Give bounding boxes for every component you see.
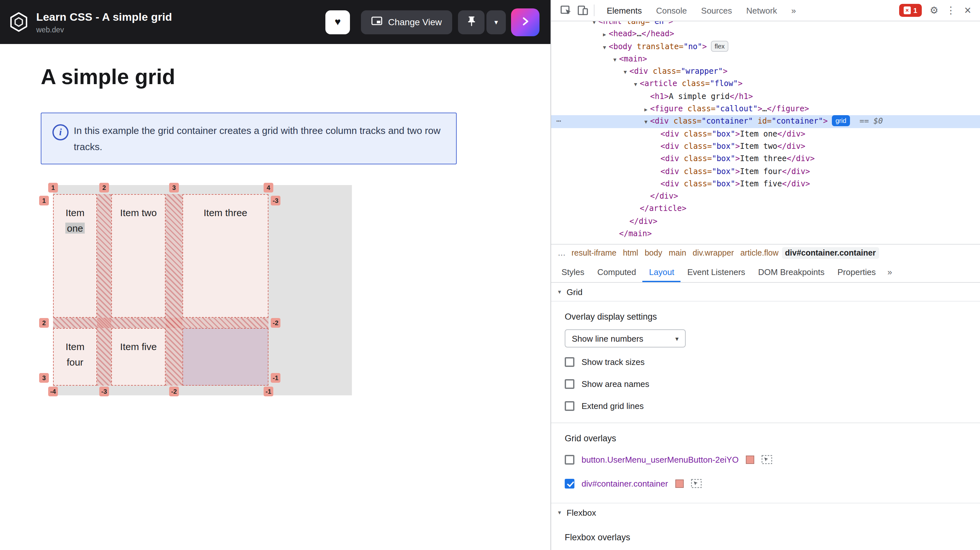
tree-disclosure-icon[interactable]: ▼: [600, 41, 609, 54]
dom-tree-line[interactable]: <div class="box">Item five</div>: [551, 178, 980, 191]
tab-console[interactable]: Console: [649, 0, 694, 21]
close-devtools-icon[interactable]: ×: [959, 2, 976, 19]
breadcrumb-item[interactable]: article.flow: [737, 247, 782, 259]
dom-tree-line[interactable]: ▼<body translate="no">flex: [551, 40, 980, 53]
dom-tree-line[interactable]: </div>: [551, 215, 980, 228]
breadcrumb-item[interactable]: body: [641, 247, 665, 259]
tree-disclosure-icon[interactable]: ▼: [642, 116, 650, 129]
dom-tree-line[interactable]: ▼<main>: [551, 53, 980, 66]
dom-tree-line[interactable]: <h1>A simple grid</h1>: [551, 91, 980, 103]
breadcrumb-item[interactable]: result-iframe: [568, 247, 620, 259]
tab-computed[interactable]: Computed: [591, 261, 643, 282]
dom-tree-line[interactable]: ⋯▼<div class="container" id="container">…: [551, 115, 980, 128]
dom-tree-line[interactable]: <div class="box">Item two</div>: [551, 140, 980, 153]
flexbox-section-header[interactable]: ▼ Flexbox: [551, 503, 980, 522]
change-view-button[interactable]: Change View: [361, 10, 452, 34]
tab-styles[interactable]: Styles: [555, 261, 591, 282]
checkbox-unchecked[interactable]: [565, 357, 574, 367]
checkbox-unchecked[interactable]: [565, 379, 574, 389]
show-area-names-row[interactable]: Show area names: [565, 376, 970, 391]
info-callout: i In this example the grid container cre…: [41, 113, 457, 164]
checkbox-checked[interactable]: [565, 478, 574, 488]
pin-dropdown-button[interactable]: ▾: [487, 10, 506, 34]
show-track-sizes-row[interactable]: Show track sizes: [565, 354, 970, 370]
breadcrumb-item[interactable]: div#container.container: [782, 247, 879, 259]
tab-layout[interactable]: Layout: [643, 261, 681, 282]
dom-token: >: [735, 179, 740, 188]
dom-tree-line[interactable]: <div class="box">Item one</div>: [551, 128, 980, 140]
dom-token: class=: [648, 67, 681, 76]
dom-tree-line[interactable]: </article>: [551, 203, 980, 215]
breadcrumb-ellipsis[interactable]: …: [555, 249, 568, 258]
settings-gear-icon[interactable]: ⚙: [926, 2, 942, 19]
title-block: Learn CSS - A simple grid web.dev: [36, 11, 172, 33]
overlay-color-swatch[interactable]: [746, 455, 754, 464]
inspect-element-icon[interactable]: [558, 2, 574, 19]
pin-button[interactable]: [458, 10, 485, 34]
grid-overlay-row[interactable]: div#container.container: [565, 476, 970, 491]
dom-token: <body: [609, 42, 632, 51]
dom-token: "container": [772, 117, 823, 126]
kebab-menu-icon[interactable]: ⋮: [942, 2, 959, 19]
like-button[interactable]: ♥: [325, 10, 350, 34]
grid-column-gap-hatch: [97, 194, 111, 386]
change-view-label: Change View: [388, 17, 442, 27]
tree-disclosure-icon[interactable]: ▶: [642, 104, 650, 116]
grid-line-number-badge: 3: [169, 183, 179, 193]
tree-disclosure-icon[interactable]: ▼: [632, 79, 640, 91]
more-tabs-button[interactable]: »: [784, 0, 803, 21]
grid-item: Item five: [111, 328, 165, 386]
dom-token: "wrapper": [681, 67, 723, 76]
dom-token: </div>: [787, 154, 815, 163]
dom-token: "box": [712, 142, 735, 151]
webdev-logo-icon[interactable]: [6, 10, 31, 34]
tab-network[interactable]: Network: [739, 0, 784, 21]
grid-column-gap-hatch: [165, 194, 182, 386]
grid-section-header[interactable]: ▼ Grid: [551, 283, 980, 301]
dom-token: translate=: [632, 42, 683, 51]
dom-token: <div: [629, 67, 648, 76]
dom-token: <div: [660, 167, 679, 176]
layout-pane: ▼ Grid Overlay display settings Show lin…: [551, 283, 980, 550]
checkbox-unchecked[interactable]: [565, 401, 574, 411]
screen: Learn CSS - A simple grid web.dev ♥ Chan…: [0, 0, 980, 550]
extend-grid-lines-row[interactable]: Extend grid lines: [565, 398, 970, 413]
dom-tree-line[interactable]: <div class="box">Item four</div>: [551, 165, 980, 178]
dom-tree-line[interactable]: <div class="box">Item three</div>: [551, 153, 980, 166]
device-toolbar-icon[interactable]: [574, 2, 591, 19]
tab-elements[interactable]: Elements: [600, 0, 649, 21]
dom-tree-line[interactable]: ▼<article class="flow">: [551, 78, 980, 91]
dom-tree-line[interactable]: </main>: [551, 228, 980, 241]
dom-token: "container": [702, 117, 753, 126]
grid-item: Itemone: [53, 194, 97, 318]
divider: [551, 422, 980, 423]
breadcrumb-item[interactable]: main: [665, 247, 689, 259]
dom-token: </main>: [619, 229, 652, 238]
dom-token: <div: [660, 154, 679, 163]
overlay-color-swatch[interactable]: [675, 479, 683, 488]
tab-event-listeners[interactable]: Event Listeners: [681, 261, 752, 282]
error-badge[interactable]: × 1: [899, 4, 922, 17]
sidebar-more-tabs[interactable]: »: [882, 261, 897, 282]
dom-tree-line[interactable]: ▶<figure class="callout">…</figure>: [551, 103, 980, 115]
line-numbers-select[interactable]: Show line numbers ▾: [565, 329, 686, 348]
dom-token: <div: [660, 142, 679, 151]
page-title: Learn CSS - A simple grid: [36, 11, 172, 24]
tree-disclosure-icon[interactable]: ▼: [621, 66, 629, 79]
checkbox-label: Show track sizes: [582, 357, 644, 367]
error-icon: ×: [904, 6, 911, 14]
grid-overlay-row[interactable]: button.UserMenu_userMenuButton-2eiYO: [565, 452, 970, 467]
breadcrumb-item[interactable]: html: [620, 247, 641, 259]
tab-sources[interactable]: Sources: [694, 0, 739, 21]
tab-properties[interactable]: Properties: [831, 261, 882, 282]
tab-dom-breakpoints[interactable]: DOM Breakpoints: [752, 261, 831, 282]
checkbox-unchecked[interactable]: [565, 454, 574, 464]
tree-disclosure-icon[interactable]: ▼: [611, 54, 619, 66]
breadcrumb-item[interactable]: div.wrapper: [690, 247, 737, 259]
browser-content-pane: Learn CSS - A simple grid web.dev ♥ Chan…: [0, 0, 550, 550]
dom-tree-line[interactable]: ▼<div class="wrapper">: [551, 65, 980, 78]
dom-tree-line[interactable]: </div>: [551, 190, 980, 203]
dom-tree-line[interactable]: ▶<head>…</head>: [551, 28, 980, 41]
tree-disclosure-icon[interactable]: ▶: [600, 29, 609, 41]
open-external-button[interactable]: [511, 8, 539, 36]
